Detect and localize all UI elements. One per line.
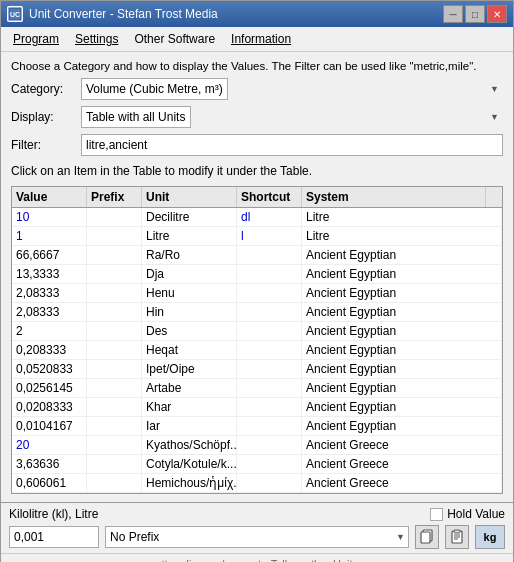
display-row: Display: Table with all Units (11, 106, 503, 128)
value-input[interactable]: 0,001 (9, 526, 99, 548)
cell-prefix (87, 341, 142, 359)
cell-value: 2 (12, 322, 87, 340)
menu-information[interactable]: Information (223, 29, 299, 49)
maximize-button[interactable]: □ (465, 5, 485, 23)
cell-unit: Decilitre (142, 208, 237, 226)
cell-unit: Hemichous/ἡμίχ... (142, 474, 237, 492)
prefix-select[interactable]: No Prefix Kilo Mega Milli (105, 526, 409, 548)
menu-program[interactable]: Program (5, 29, 67, 49)
header-shortcut: Shortcut (237, 187, 302, 207)
cell-unit: Ipet/Oipe (142, 360, 237, 378)
cell-shortcut (237, 341, 302, 359)
cell-prefix (87, 474, 142, 492)
cell-prefix (87, 398, 142, 416)
main-window: UC Unit Converter - Stefan Trost Media ─… (0, 0, 514, 562)
cell-value: 0,606061 (12, 474, 87, 492)
bottom-row2: 0,001 No Prefix Kilo Mega Milli (9, 525, 505, 549)
title-bar: UC Unit Converter - Stefan Trost Media ─… (1, 1, 513, 27)
cell-value: 3,63636 (12, 455, 87, 473)
minimize-button[interactable]: ─ (443, 5, 463, 23)
cell-system: Ancient Greece (302, 455, 502, 473)
cell-unit: Kyathos/Schöpf... (142, 436, 237, 454)
cell-unit: Artabe (142, 379, 237, 397)
cell-value: 0,0256145 (12, 379, 87, 397)
filter-row: Filter: litre,ancient (11, 134, 503, 156)
cell-shortcut (237, 246, 302, 264)
cell-value: 10 (12, 208, 87, 226)
cell-shortcut: dl (237, 208, 302, 226)
cell-unit: Des (142, 322, 237, 340)
category-row: Category: Volume (Cubic Metre, m³) (11, 78, 503, 100)
cell-system: Litre (302, 227, 502, 245)
cell-system: Ancient Egyptian (302, 398, 502, 416)
filter-input[interactable]: litre,ancient (81, 134, 503, 156)
cell-system: Ancient Egyptian (302, 246, 502, 264)
title-bar-left: UC Unit Converter - Stefan Trost Media (7, 6, 218, 22)
cell-prefix (87, 208, 142, 226)
filter-label: Filter: (11, 138, 81, 152)
cell-unit: Hin (142, 303, 237, 321)
title-buttons: ─ □ ✕ (443, 5, 507, 23)
cell-shortcut (237, 436, 302, 454)
cell-prefix (87, 360, 142, 378)
display-select-wrapper: Table with all Units (81, 106, 503, 128)
cell-value: 0,0104167 (12, 417, 87, 435)
hold-value-label: Hold Value (447, 507, 505, 521)
table-row[interactable]: 0,0208333 Khar Ancient Egyptian (12, 398, 502, 417)
display-select[interactable]: Table with all Units (81, 106, 191, 128)
table-row[interactable]: 20 Kyathos/Schöpf... Ancient Greece (12, 436, 502, 455)
table-row[interactable]: 0,606061 Hemichous/ἡμίχ... Ancient Greec… (12, 474, 502, 493)
cell-system: Ancient Egyptian (302, 303, 502, 321)
svg-rect-5 (454, 530, 460, 533)
cell-system: Ancient Egyptian (302, 265, 502, 283)
cell-system: Ancient Egyptian (302, 284, 502, 302)
menu-settings[interactable]: Settings (67, 29, 126, 49)
cell-system: Ancient Greece (302, 436, 502, 454)
table-hint: Click on an Item in the Table to modify … (11, 164, 503, 178)
cell-system: Ancient Egyptian (302, 360, 502, 378)
table-row[interactable]: 66,6667 Ra/Ro Ancient Egyptian (12, 246, 502, 265)
category-select[interactable]: Volume (Cubic Metre, m³) (81, 78, 228, 100)
hold-value-container: Hold Value (430, 507, 505, 521)
cell-unit: Khar (142, 398, 237, 416)
cell-shortcut (237, 360, 302, 378)
copy-button[interactable] (415, 525, 439, 549)
table-body: 10 Decilitre dl Litre 1 Litre l Litre 66… (12, 208, 502, 493)
cell-prefix (87, 379, 142, 397)
table-row[interactable]: 1 Litre l Litre (12, 227, 502, 246)
table-row[interactable]: 13,3333 Dja Ancient Egyptian (12, 265, 502, 284)
header-system: System (302, 187, 486, 207)
paste-button[interactable] (445, 525, 469, 549)
close-button[interactable]: ✕ (487, 5, 507, 23)
cell-unit: Ra/Ro (142, 246, 237, 264)
cell-prefix (87, 322, 142, 340)
table-row[interactable]: 2,08333 Hin Ancient Egyptian (12, 303, 502, 322)
cell-shortcut (237, 474, 302, 492)
hold-value-checkbox[interactable] (430, 508, 443, 521)
kg-button[interactable]: kg (475, 525, 505, 549)
cell-value: 2,08333 (12, 284, 87, 302)
table-row[interactable]: 10 Decilitre dl Litre (12, 208, 502, 227)
table-row[interactable]: 0,208333 Heqat Ancient Egyptian (12, 341, 502, 360)
menu-other-software[interactable]: Other Software (126, 29, 223, 49)
cell-prefix (87, 246, 142, 264)
table-row[interactable]: 2 Des Ancient Egyptian (12, 322, 502, 341)
table-row[interactable]: 0,0520833 Ipet/Oipe Ancient Egyptian (12, 360, 502, 379)
table-row[interactable]: 2,08333 Henu Ancient Egyptian (12, 284, 502, 303)
hint-text: Choose a Category and how to display the… (11, 60, 503, 72)
cell-shortcut (237, 265, 302, 283)
cell-value: 66,6667 (12, 246, 87, 264)
table-row[interactable]: 0,0104167 Iar Ancient Egyptian (12, 417, 502, 436)
table-row[interactable]: 3,63636 Cotyla/Kotule/k... Ancient Greec… (12, 455, 502, 474)
cell-shortcut (237, 398, 302, 416)
cell-value: 0,0520833 (12, 360, 87, 378)
app-icon: UC (7, 6, 23, 22)
cell-prefix (87, 265, 142, 283)
main-content: Choose a Category and how to display the… (1, 52, 513, 502)
cell-system: Ancient Egyptian (302, 341, 502, 359)
cell-value: 20 (12, 436, 87, 454)
table-row[interactable]: 0,0256145 Artabe Ancient Egyptian (12, 379, 502, 398)
cell-value: 1 (12, 227, 87, 245)
cell-unit: Heqat (142, 341, 237, 359)
unit-label: Kilolitre (kl), Litre (9, 507, 98, 521)
